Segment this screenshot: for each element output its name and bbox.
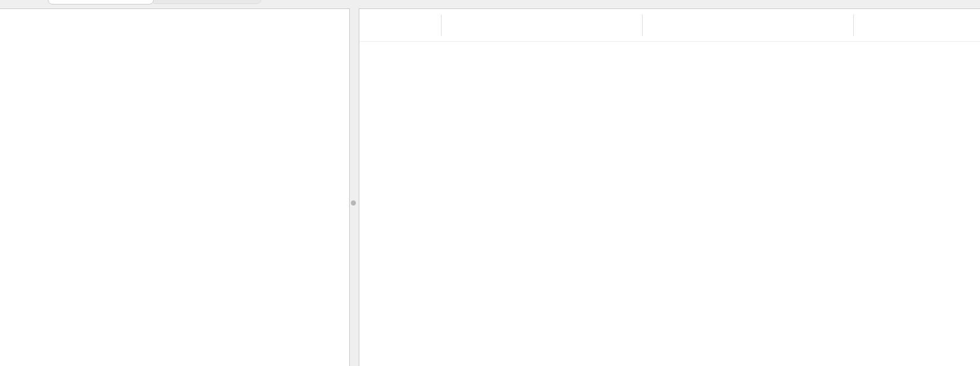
column-divider[interactable] <box>441 15 442 36</box>
document-tab-inactive[interactable] <box>151 0 261 4</box>
binary-structure-tree <box>0 8 350 366</box>
table-header-row <box>359 9 980 42</box>
column-divider[interactable] <box>642 15 643 36</box>
document-tab-active[interactable] <box>48 0 154 5</box>
machoview-window <box>0 0 980 366</box>
data-table <box>359 8 980 366</box>
splitter-handle-icon[interactable] <box>351 200 356 206</box>
column-divider[interactable] <box>853 15 854 36</box>
